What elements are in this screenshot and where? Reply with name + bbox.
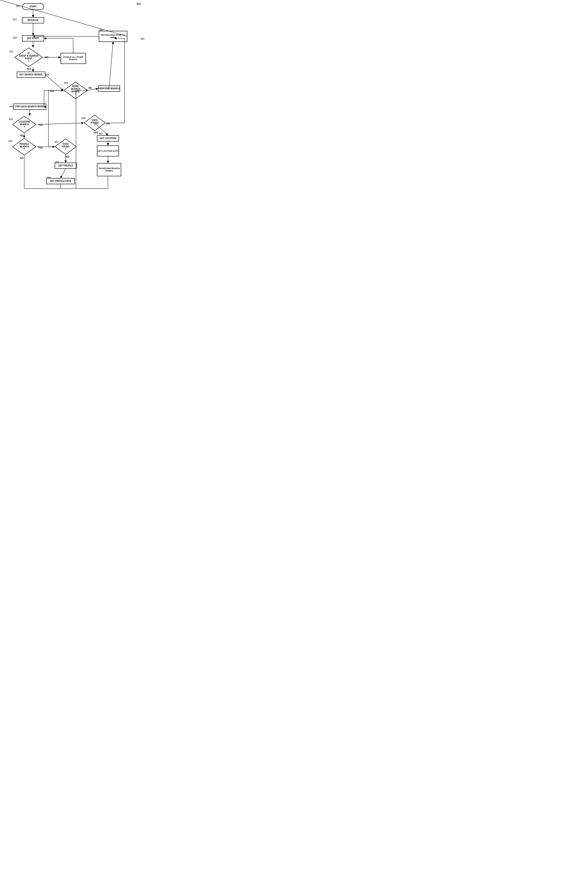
- get-event-node: GET EVENT: [22, 35, 44, 42]
- label-940: 940: [9, 105, 13, 108]
- arrow-label-yes1: YES: [27, 68, 31, 70]
- for-each-node: FOR EACH SEARCH WORD: [13, 104, 46, 110]
- arrow-label-yes3: YES: [39, 124, 43, 126]
- perform-search-node: PERFORM SEARCH: [98, 85, 120, 92]
- decision-data-found-node: DATAFOUND?: [55, 139, 77, 155]
- label-965: 965: [99, 132, 103, 135]
- arrow-label-no1: NO: [45, 56, 48, 59]
- svg-line-15: [37, 123, 83, 125]
- arrow-label-yes4: YES: [38, 146, 43, 149]
- handle-other-node: HANDLE ALL OTHER EVENTS: [61, 53, 86, 64]
- arrow-label-yes2: YES: [49, 90, 54, 92]
- arrow-label-yes5: YES: [65, 156, 69, 158]
- get-profile-data-node: GET PROFILE DATA: [46, 178, 75, 184]
- decision-profile-node: PROFILESEARCH?: [12, 138, 36, 156]
- transform-node: TRANSFORM SEARCH WORDS: [97, 163, 121, 176]
- arrow-label-no5: NO: [106, 122, 110, 125]
- initialize-node: INITIALIZE: [22, 17, 44, 23]
- decision-location-node: LOCATIONSEARCH?: [12, 116, 36, 133]
- arrow-label-yes6: YES: [94, 131, 98, 134]
- arrow-label-no3: NO: [20, 134, 23, 137]
- label-910: 910: [13, 18, 17, 21]
- flowchart-diagram: 900 905 START 910 INITIALIZE 920 GET EVE…: [0, 0, 147, 218]
- label-925: 925: [9, 50, 13, 53]
- decision-more-node: MORESEARCHWORDS?: [64, 82, 88, 99]
- svg-line-20: [61, 169, 65, 178]
- get-location-node: GET LOCATION: [97, 135, 119, 142]
- set-search-node: SET SEARCH WORDS: [17, 72, 45, 78]
- label-920: 920: [13, 36, 17, 39]
- diagram-number: 900: [137, 2, 141, 5]
- get-location-data-node: GET LOCATION DATA: [97, 146, 119, 156]
- label-985-right: 985: [141, 37, 144, 40]
- arrow-label-no2: NO: [89, 87, 92, 89]
- decision-data-found2-node: DATAFOUND?: [84, 115, 106, 131]
- label-935: 935: [45, 73, 49, 76]
- get-profile-node: GET PROFILE: [55, 162, 77, 169]
- label-950: 950: [8, 140, 12, 142]
- svg-line-26: [109, 42, 113, 89]
- svg-line-12: [45, 75, 63, 90]
- arrow-label-no4: NO: [20, 157, 23, 159]
- start-node: START: [22, 3, 44, 10]
- label-905: 905: [16, 5, 20, 7]
- return-first-node: RETURN FIRST PAGE TO USER: [99, 31, 127, 42]
- decision-search-node: ISEVENT A SEARCHEVENT?: [14, 48, 43, 67]
